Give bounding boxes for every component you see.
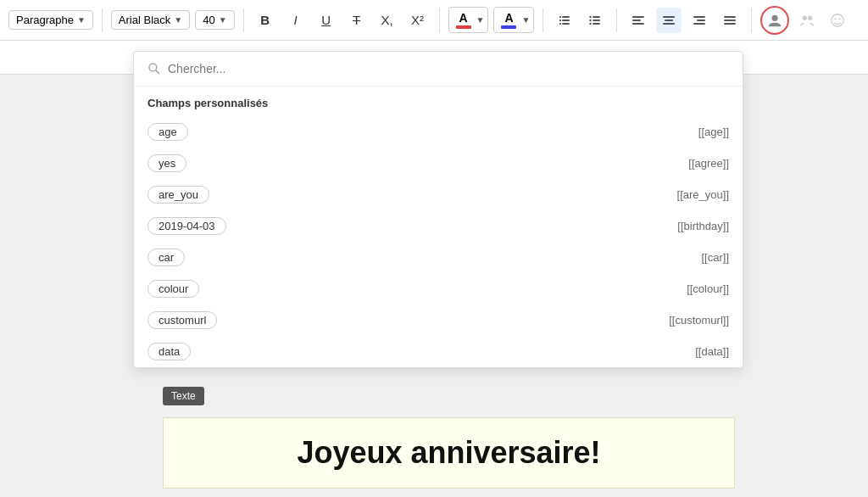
field-tag-data: data (147, 343, 191, 360)
svg-rect-3 (559, 16, 561, 18)
font-color-bar (456, 25, 471, 29)
field-item-car[interactable]: car [[car]] (134, 242, 743, 273)
svg-rect-5 (559, 23, 561, 25)
search-box (134, 52, 743, 87)
chevron-down-icon-4[interactable]: ▼ (476, 15, 485, 25)
svg-rect-6 (593, 16, 600, 18)
separator-6 (751, 8, 752, 32)
svg-rect-1 (562, 20, 570, 21)
svg-rect-18 (693, 16, 705, 18)
unordered-list-button[interactable] (582, 8, 608, 33)
field-item-data[interactable]: data [[data]] (134, 336, 743, 367)
birthday-card: Joyeux anniversaire! (163, 417, 735, 489)
field-tag-car: car (147, 248, 185, 266)
profile-icon (767, 13, 782, 28)
svg-rect-13 (632, 20, 641, 21)
font-label: Arial Black (119, 14, 170, 26)
chevron-down-icon-3: ▼ (219, 15, 227, 25)
field-tag-are_you: are_you (147, 186, 209, 204)
field-code-colour: [[colour]] (687, 282, 729, 295)
profile-button[interactable] (760, 6, 789, 35)
separator-1 (102, 8, 103, 32)
field-code-car: [[car]] (701, 251, 729, 264)
ordered-list-button[interactable] (552, 8, 577, 33)
svg-rect-22 (724, 20, 736, 21)
superscript-button[interactable]: X² (405, 8, 431, 33)
field-tag-agree: yes (147, 154, 186, 172)
ghost-button-1[interactable] (794, 8, 820, 33)
align-justify-button[interactable] (717, 8, 743, 33)
svg-point-24 (772, 14, 778, 20)
svg-rect-14 (632, 23, 644, 25)
align-center-button[interactable] (656, 8, 682, 33)
svg-rect-23 (724, 23, 736, 25)
svg-rect-2 (562, 23, 570, 25)
search-input[interactable] (168, 62, 729, 75)
paragraph-select[interactable]: Paragraphe ▼ (8, 10, 93, 30)
align-left-icon (632, 14, 645, 27)
svg-point-26 (808, 15, 812, 20)
unordered-list-icon (588, 14, 602, 27)
section-label: Champs personnalisés (134, 87, 743, 116)
strikethrough-button[interactable]: T (344, 8, 370, 33)
italic-button[interactable]: I (283, 8, 309, 33)
svg-point-11 (590, 22, 592, 24)
align-center-icon (662, 14, 676, 27)
font-select[interactable]: Arial Black ▼ (111, 10, 190, 30)
bold-button[interactable]: B (253, 8, 278, 33)
paragraph-label: Paragraphe (16, 14, 74, 26)
chevron-down-icon-2: ▼ (174, 15, 182, 25)
toolbar: Paragraphe ▼ Arial Black ▼ 40 ▼ B I U T … (0, 0, 868, 41)
svg-rect-8 (593, 23, 600, 25)
svg-line-31 (156, 70, 159, 74)
svg-point-9 (590, 15, 592, 17)
field-item-colour[interactable]: colour [[colour]] (134, 273, 743, 304)
field-code-agree: [[agree]] (688, 157, 729, 170)
custom-fields-dropdown: Champs personnalisés age [[age]] yes [[a… (133, 51, 743, 368)
field-tag-colour: colour (147, 280, 199, 298)
texte-tooltip: Texte (163, 387, 204, 405)
emoji-icon (830, 13, 845, 28)
svg-rect-19 (697, 20, 705, 21)
ordered-list-icon (558, 14, 571, 27)
bg-color-group[interactable]: A ▼ (493, 7, 534, 33)
svg-rect-15 (663, 16, 675, 18)
align-left-button[interactable] (626, 8, 651, 33)
svg-rect-4 (559, 20, 561, 21)
separator-2 (243, 8, 244, 32)
separator-5 (616, 8, 617, 32)
font-color-button[interactable]: A (453, 9, 475, 31)
align-justify-icon (723, 14, 737, 27)
align-right-button[interactable] (687, 8, 712, 33)
field-item-age[interactable]: age [[age]] (134, 116, 743, 148)
field-code-birthday: [[birthday]] (677, 220, 729, 232)
field-tag-age: age (147, 123, 188, 141)
strike2-button[interactable]: X, (375, 8, 400, 33)
svg-rect-16 (665, 20, 673, 21)
separator-4 (542, 8, 543, 32)
field-code-customurl: [[customurl]] (669, 314, 729, 327)
svg-rect-17 (663, 23, 675, 25)
field-item-agree[interactable]: yes [[agree]] (134, 148, 743, 179)
birthday-text: Joyeux anniversaire! (297, 435, 600, 471)
ghost-button-2[interactable] (825, 8, 850, 33)
chevron-down-icon-5[interactable]: ▼ (521, 15, 530, 25)
underline-button[interactable]: U (314, 8, 339, 33)
field-item-are_you[interactable]: are_you [[are_you]] (134, 179, 743, 210)
bg-color-button[interactable]: A (498, 9, 520, 31)
svg-point-10 (590, 19, 592, 20)
svg-rect-7 (593, 20, 600, 21)
separator-3 (439, 8, 440, 32)
size-select[interactable]: 40 ▼ (195, 10, 234, 30)
align-right-icon (693, 14, 706, 27)
svg-rect-20 (693, 23, 705, 25)
field-item-customurl[interactable]: customurl [[customurl]] (134, 304, 743, 336)
size-label: 40 (203, 14, 214, 26)
svg-point-25 (803, 15, 807, 20)
font-color-group[interactable]: A ▼ (448, 7, 489, 33)
bg-color-bar (501, 25, 516, 29)
field-tag-customurl: customurl (147, 311, 217, 329)
field-code-are_you: [[are_you]] (677, 188, 729, 201)
field-item-birthday[interactable]: 2019-04-03 [[birthday]] (134, 210, 743, 242)
field-code-data: [[data]] (695, 345, 729, 358)
